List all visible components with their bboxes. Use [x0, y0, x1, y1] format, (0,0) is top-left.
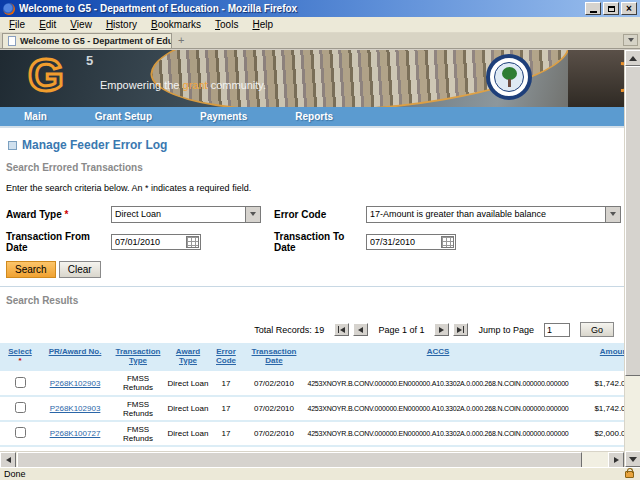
award-type-cell: Direct Loan: [166, 371, 210, 396]
firefox-icon: [3, 3, 15, 15]
arrow-right-icon: [614, 457, 619, 463]
arrow-right-icon: [457, 327, 462, 333]
pagination-bar: Total Records: 19 Page 1 of 1 Jump to Pa…: [6, 322, 614, 337]
results-heading: Search Results: [6, 295, 624, 306]
award-type-select[interactable]: Direct Loan: [111, 206, 261, 223]
go-button[interactable]: Go: [580, 322, 614, 337]
accs-cell: 4253XNOYR.B.CONV.000000.EN000000.A10.330…: [306, 396, 570, 421]
menu-view[interactable]: View: [63, 18, 99, 31]
pr-award-link[interactable]: P268K102903: [50, 379, 101, 388]
pr-award-link[interactable]: P268K100727: [50, 429, 101, 438]
restore-icon: [608, 6, 615, 12]
seal-inner: [494, 62, 524, 92]
page-viewport: G 5 Empowering the grant community. Main…: [0, 50, 624, 456]
header-error-code[interactable]: Error Code: [210, 343, 242, 371]
vertical-scrollbar[interactable]: [624, 50, 640, 467]
search-instructions: Enter the search criteria below. An * in…: [6, 183, 624, 193]
chevron-down-icon: [628, 38, 634, 42]
to-date-label: Transaction To Date: [266, 231, 366, 253]
header-pr-award[interactable]: PR/Award No.: [40, 343, 110, 371]
list-tabs-button[interactable]: [623, 34, 638, 46]
menu-edit[interactable]: Edit: [32, 18, 63, 31]
header-transaction-date[interactable]: Transaction Date: [242, 343, 306, 371]
nav-payments[interactable]: Payments: [200, 111, 247, 122]
menu-file[interactable]: File: [2, 18, 32, 31]
menu-tools[interactable]: Tools: [208, 18, 245, 31]
tab-label: Welcome to G5 - Department of Edu...: [20, 36, 172, 46]
nav-main[interactable]: Main: [24, 111, 47, 122]
scroll-right-button[interactable]: [608, 452, 624, 468]
transaction-type-cell: FMSS Refunds: [110, 421, 166, 446]
menu-bookmarks[interactable]: Bookmarks: [144, 18, 208, 31]
nav-grant-setup[interactable]: Grant Setup: [95, 111, 152, 122]
menu-help[interactable]: Help: [245, 18, 280, 31]
header-transaction-type[interactable]: Transaction Type: [110, 343, 166, 371]
from-date-input[interactable]: [112, 237, 186, 247]
minimize-button[interactable]: [585, 2, 601, 15]
browser-tab[interactable]: Welcome to G5 - Department of Edu...: [2, 33, 172, 48]
row-select-checkbox[interactable]: [15, 402, 26, 413]
close-button[interactable]: ×: [621, 2, 637, 15]
jump-to-page-label: Jump to Page: [478, 325, 534, 335]
header-award-type[interactable]: Award Type: [166, 343, 210, 371]
collapse-section-icon[interactable]: [8, 141, 17, 150]
award-type-dropdown-icon[interactable]: [245, 207, 260, 222]
arrow-left-icon: [340, 327, 345, 333]
clear-button[interactable]: Clear: [59, 261, 101, 278]
last-page-button[interactable]: [453, 323, 468, 336]
tagline-highlight: grant: [183, 79, 208, 91]
scroll-down-button[interactable]: [625, 451, 640, 467]
from-date-box: [111, 234, 201, 250]
horizontal-scrollbar[interactable]: [0, 451, 624, 467]
header-transaction-date-label: Transaction Date: [252, 347, 297, 365]
arrow-left-icon: [358, 327, 363, 333]
accs-cell: 4253XNOYR.B.CONV.000000.EN000000.A10.330…: [306, 371, 570, 396]
to-date-input[interactable]: [367, 237, 441, 247]
arrow-left-icon: [6, 457, 11, 463]
pr-award-link[interactable]: P268K102903: [50, 404, 101, 413]
menu-bar: File Edit View History Bookmarks Tools H…: [0, 17, 640, 33]
results-table: Select* PR/Award No. Transaction Type Aw…: [0, 343, 624, 456]
scroll-left-button[interactable]: [0, 452, 16, 468]
table-row: P268K102903 FMSS Refunds Direct Loan 17 …: [0, 396, 624, 421]
search-button[interactable]: Search: [6, 261, 56, 278]
from-date-label: Transaction From Date: [6, 231, 111, 253]
calendar-icon[interactable]: [441, 236, 454, 248]
header-amount[interactable]: Amount: [570, 343, 624, 371]
primary-nav: Main Grant Setup Payments Reports: [0, 107, 624, 128]
menu-history[interactable]: History: [99, 18, 144, 31]
horizontal-scroll-thumb[interactable]: [17, 452, 582, 468]
error-code-label: Error Code: [266, 209, 366, 220]
scroll-up-button[interactable]: [625, 50, 640, 66]
row-select-checkbox[interactable]: [15, 377, 26, 388]
new-tab-button[interactable]: +: [172, 34, 190, 48]
calendar-icon[interactable]: [186, 236, 199, 248]
amount-cell: $1,742.00: [570, 396, 624, 421]
last-page-icon: [463, 326, 464, 333]
error-code-dropdown-icon[interactable]: [605, 207, 620, 222]
row-select-checkbox[interactable]: [15, 427, 26, 438]
window-title: Welcome to G5 - Department of Education …: [19, 3, 585, 14]
restore-button[interactable]: [603, 2, 619, 15]
previous-page-button[interactable]: [353, 323, 368, 336]
page-info: Page 1 of 1: [378, 325, 424, 335]
header-select[interactable]: Select*: [0, 343, 40, 371]
to-date-box: [366, 234, 456, 250]
header-accs[interactable]: ACCS: [306, 343, 570, 371]
award-type-value: Direct Loan: [112, 209, 245, 219]
vertical-scroll-thumb[interactable]: [625, 66, 640, 376]
first-page-button[interactable]: [334, 323, 349, 336]
nav-reports[interactable]: Reports: [295, 111, 333, 122]
title-bar: Welcome to G5 - Department of Education …: [0, 0, 640, 17]
orange-arc-decoration: [600, 56, 624, 98]
main-content: Manage Feeder Error Log Search Errored T…: [0, 128, 624, 456]
status-bar: Done: [0, 467, 640, 480]
lock-icon: [625, 471, 634, 478]
next-page-button[interactable]: [434, 323, 449, 336]
error-code-value: 17-Amount is greater than available bala…: [367, 209, 605, 219]
jump-to-page-input[interactable]: [544, 323, 570, 337]
department-of-education-seal: [486, 54, 532, 100]
error-code-select[interactable]: 17-Amount is greater than available bala…: [366, 206, 621, 223]
header-award-type-label: Award Type: [176, 347, 200, 365]
chevron-down-icon: [610, 212, 616, 216]
